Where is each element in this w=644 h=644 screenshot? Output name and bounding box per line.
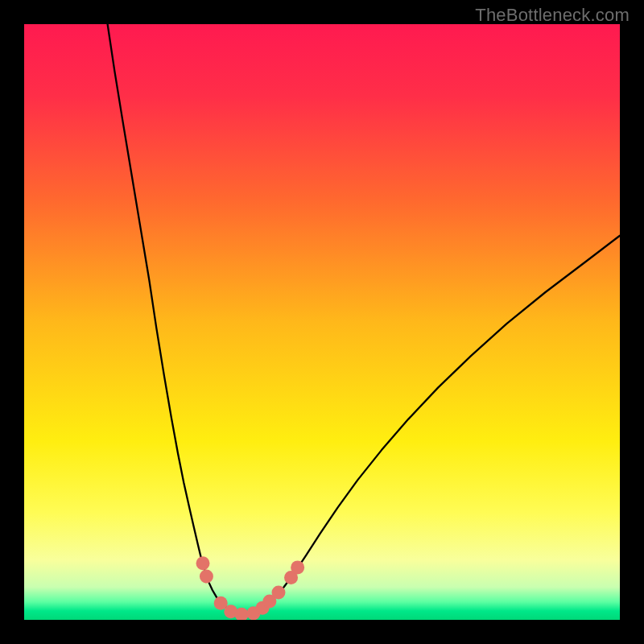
watermark-text: TheBottleneck.com: [475, 5, 630, 26]
bottleneck-curve-plot: [24, 24, 620, 620]
marker-point: [196, 556, 210, 570]
chart-frame: TheBottleneck.com: [0, 0, 644, 644]
marker-point: [291, 560, 304, 574]
marker-point: [271, 585, 285, 599]
marker-point: [200, 569, 213, 583]
